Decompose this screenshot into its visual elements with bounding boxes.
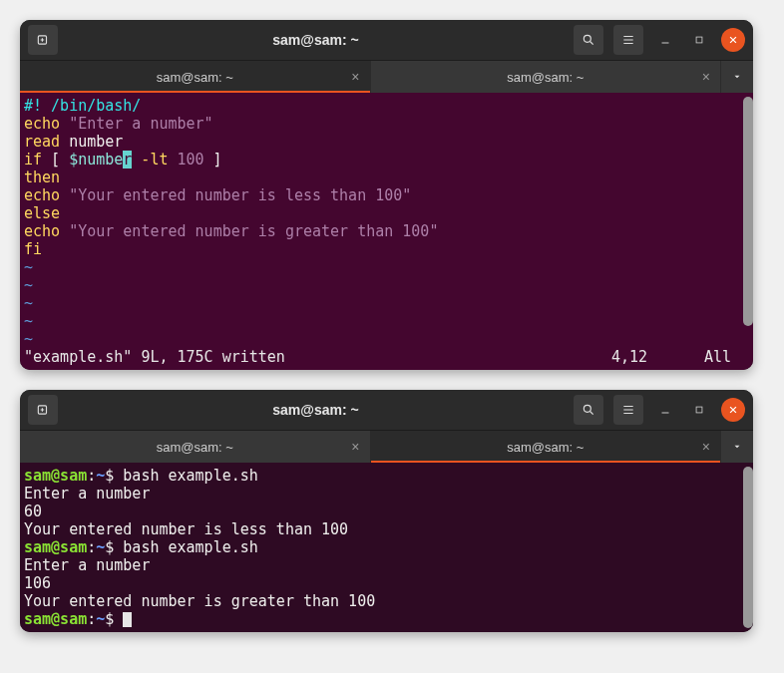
- output-line: Your entered number is greater than 100: [24, 592, 739, 610]
- tab-close-icon[interactable]: ×: [351, 69, 359, 85]
- search-button[interactable]: [574, 395, 603, 425]
- tab-dropdown-button[interactable]: [721, 431, 753, 463]
- editor-line: if [ $number -lt 100 ]: [24, 151, 739, 168]
- tab-close-icon[interactable]: ×: [702, 69, 710, 85]
- scrollbar-thumb[interactable]: [743, 467, 753, 628]
- titlebar: sam@sam: ~: [20, 390, 753, 430]
- search-button[interactable]: [574, 25, 603, 55]
- editor-line: else: [24, 204, 739, 222]
- close-button[interactable]: [721, 398, 745, 422]
- prompt-separator: :: [87, 467, 96, 485]
- code-token: "Your entered number is greater than 100…: [69, 222, 438, 240]
- editor-line: read number: [24, 133, 739, 151]
- tab-2[interactable]: sam@sam: ~ ×: [371, 431, 722, 463]
- vim-status-line: "example.sh" 9L, 175C written4,12All: [24, 348, 739, 366]
- code-token: 100: [168, 151, 203, 168]
- empty-line-tilde: ~: [24, 276, 739, 294]
- editor-line: echo "Your entered number is less than 1…: [24, 186, 739, 204]
- menu-button[interactable]: [613, 25, 643, 55]
- empty-line-tilde: ~: [24, 312, 739, 330]
- terminal-content-shell[interactable]: sam@sam:~$ bash example.shEnter a number…: [20, 463, 753, 632]
- output-text: 60: [24, 503, 42, 520]
- code-token: read: [24, 133, 60, 151]
- output-line: Your entered number is less than 100: [24, 520, 739, 538]
- close-button[interactable]: [721, 28, 745, 52]
- code-token: $numbe: [60, 151, 123, 168]
- cursor-position: 4,12: [611, 348, 681, 366]
- output-line: 60: [24, 503, 739, 520]
- output-line: Enter a number: [24, 556, 739, 574]
- code-token: fi: [24, 240, 42, 258]
- new-tab-button[interactable]: [28, 25, 58, 55]
- tab-1[interactable]: sam@sam: ~ ×: [20, 61, 371, 93]
- scrollbar[interactable]: [743, 97, 753, 366]
- prompt-path: ~: [96, 467, 105, 485]
- editor-line: #! /bin/bash/: [24, 97, 739, 115]
- window-title: sam@sam: ~: [58, 402, 574, 418]
- command-text: bash example.sh: [123, 467, 257, 485]
- prompt-separator: :: [87, 538, 96, 556]
- tab-label: sam@sam: ~: [507, 70, 584, 85]
- code-token: "Enter a number": [69, 115, 213, 133]
- prompt-user: sam@sam: [24, 538, 87, 556]
- empty-line-tilde: ~: [24, 330, 739, 348]
- maximize-button[interactable]: [687, 398, 711, 422]
- prompt-line: sam@sam:~$: [24, 610, 739, 628]
- code-token: else: [24, 204, 60, 222]
- command-text: bash example.sh: [123, 538, 257, 556]
- code-token: -lt: [132, 151, 168, 168]
- tab-close-icon[interactable]: ×: [702, 439, 710, 455]
- svg-point-1: [584, 35, 590, 42]
- output-text: Your entered number is less than 100: [24, 520, 348, 538]
- code-token: ]: [204, 151, 222, 168]
- output-text: Enter a number: [24, 485, 150, 503]
- terminal-window-shell: sam@sam: ~ sam@sam: ~ × sam@sam: ~: [20, 390, 753, 632]
- prompt-line: sam@sam:~$ bash example.sh: [24, 467, 739, 485]
- window-title: sam@sam: ~: [58, 32, 574, 48]
- terminal-window-vim: sam@sam: ~ sam@sam: ~ × sam@sam: ~: [20, 20, 753, 370]
- prompt-user: sam@sam: [24, 610, 87, 628]
- minimize-button[interactable]: [653, 398, 677, 422]
- cursor: [123, 612, 132, 627]
- tab-label: sam@sam: ~: [507, 440, 584, 455]
- prompt-line: sam@sam:~$ bash example.sh: [24, 538, 739, 556]
- code-token: if: [24, 151, 42, 168]
- output-text: Enter a number: [24, 556, 150, 574]
- cursor: r: [123, 151, 132, 168]
- tab-close-icon[interactable]: ×: [351, 439, 359, 455]
- tab-1[interactable]: sam@sam: ~ ×: [20, 431, 371, 463]
- tab-dropdown-button[interactable]: [721, 61, 753, 93]
- svg-rect-2: [696, 37, 702, 43]
- minimize-button[interactable]: [653, 28, 677, 52]
- titlebar: sam@sam: ~: [20, 20, 753, 60]
- output-line: Enter a number: [24, 485, 739, 503]
- new-tab-button[interactable]: [28, 395, 58, 425]
- editor-line: echo "Your entered number is greater tha…: [24, 222, 739, 240]
- tab-2[interactable]: sam@sam: ~ ×: [371, 61, 722, 93]
- menu-button[interactable]: [613, 395, 643, 425]
- svg-point-4: [584, 405, 590, 412]
- prompt-symbol: $: [105, 538, 123, 556]
- tabs-bar: sam@sam: ~ × sam@sam: ~ ×: [20, 60, 753, 93]
- prompt-symbol: $: [105, 610, 123, 628]
- prompt-path: ~: [96, 610, 105, 628]
- output-text: 106: [24, 574, 51, 592]
- code-token: #! /bin/bash/: [24, 97, 141, 115]
- code-token: echo: [24, 115, 69, 133]
- code-token: "Your entered number is less than 100": [69, 186, 411, 204]
- code-token: then: [24, 168, 60, 186]
- svg-rect-5: [696, 407, 702, 413]
- code-token: number: [60, 133, 123, 151]
- code-token: echo: [24, 186, 69, 204]
- output-line: 106: [24, 574, 739, 592]
- editor-line: echo "Enter a number": [24, 115, 739, 133]
- output-text: Your entered number is greater than 100: [24, 592, 375, 610]
- maximize-button[interactable]: [687, 28, 711, 52]
- code-token: [: [42, 151, 60, 168]
- prompt-path: ~: [96, 538, 105, 556]
- terminal-content-vim[interactable]: #! /bin/bash/echo "Enter a number"read n…: [20, 93, 753, 370]
- prompt-symbol: $: [105, 467, 123, 485]
- scrollbar-thumb[interactable]: [743, 97, 753, 326]
- scrollbar[interactable]: [743, 467, 753, 628]
- tab-label: sam@sam: ~: [157, 440, 233, 455]
